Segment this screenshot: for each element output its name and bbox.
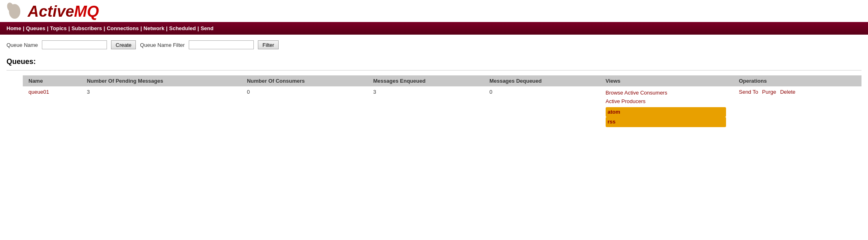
table-header: Name Number Of Pending Messages Number O… — [23, 75, 861, 86]
nav-sep-2: | — [47, 25, 48, 31]
logo-text: ActiveMQ — [28, 3, 99, 20]
nav-sep-1: | — [23, 25, 24, 31]
rss-feed-link[interactable]: rss — [606, 117, 726, 127]
col-pending: Number Of Pending Messages — [81, 75, 241, 86]
queue-name-link[interactable]: queue01 — [28, 89, 49, 95]
active-producers-link[interactable]: Active Producers — [606, 97, 728, 106]
queues-section: Queues: Name Number Of Pending Messages … — [0, 53, 868, 130]
nav-subscribers[interactable]: Subscribers — [72, 25, 102, 31]
header-logo: ActiveMQ — [0, 0, 868, 22]
row-operations-cell: Send To Purge Delete — [733, 86, 861, 130]
queues-title: Queues: — [7, 57, 861, 66]
nav-topics[interactable]: Topics — [50, 25, 67, 31]
table-row: queue01 3 0 3 0 Browse Active Consumers … — [23, 86, 861, 130]
row-consumers-cell: 0 — [241, 86, 368, 130]
send-to-link[interactable]: Send To — [739, 89, 758, 95]
delete-link[interactable]: Delete — [780, 89, 796, 95]
nav-network[interactable]: Network — [144, 25, 164, 31]
controls-row: Queue Name Create Queue Name Filter Filt… — [0, 35, 868, 53]
row-pending-cell: 3 — [81, 86, 241, 130]
nav-connections[interactable]: Connections — [107, 25, 139, 31]
col-consumers: Number Of Consumers — [241, 75, 368, 86]
row-name-cell: queue01 — [23, 86, 81, 130]
row-views-cell: Browse Active Consumers Active Producers… — [600, 86, 733, 130]
row-enqueued-cell: 3 — [368, 86, 484, 130]
nav-sep-3: | — [68, 25, 70, 31]
filter-button[interactable]: Filter — [258, 40, 279, 49]
queues-table: Name Number Of Pending Messages Number O… — [23, 75, 861, 130]
nav-sep-6: | — [166, 25, 168, 31]
nav-sep-5: | — [140, 25, 142, 31]
bird-icon — [7, 2, 26, 20]
queue-name-filter-label: Queue Name Filter — [140, 42, 185, 48]
atom-feed-link[interactable]: atom — [606, 107, 726, 117]
col-enqueued: Messages Enqueued — [368, 75, 484, 86]
create-button[interactable]: Create — [111, 40, 136, 49]
col-dequeued: Messages Dequeued — [484, 75, 600, 86]
nav-scheduled[interactable]: Scheduled — [169, 25, 196, 31]
col-views: Views — [600, 75, 733, 86]
purge-link[interactable]: Purge — [762, 89, 776, 95]
col-operations: Operations — [733, 75, 861, 86]
browse-active-consumers-link[interactable]: Browse Active Consumers — [606, 89, 728, 97]
feed-badges: atomrss — [606, 107, 728, 128]
navbar: Home | Queues | Topics | Subscribers | C… — [0, 22, 868, 35]
logo-active: Active — [28, 3, 74, 20]
nav-home[interactable]: Home — [7, 25, 21, 31]
logo-mq: MQ — [74, 3, 99, 20]
table-header-row: Name Number Of Pending Messages Number O… — [23, 75, 861, 86]
nav-send[interactable]: Send — [201, 25, 214, 31]
queue-name-label: Queue Name — [7, 42, 38, 48]
nav-sep-4: | — [104, 25, 105, 31]
nav-sep-7: | — [198, 25, 199, 31]
table-body: queue01 3 0 3 0 Browse Active Consumers … — [23, 86, 861, 130]
queue-name-filter-input[interactable] — [189, 40, 254, 49]
queues-divider — [7, 70, 861, 70]
queue-name-input[interactable] — [42, 40, 107, 49]
row-dequeued-cell: 0 — [484, 86, 600, 130]
col-name: Name — [23, 75, 81, 86]
nav-queues[interactable]: Queues — [26, 25, 46, 31]
